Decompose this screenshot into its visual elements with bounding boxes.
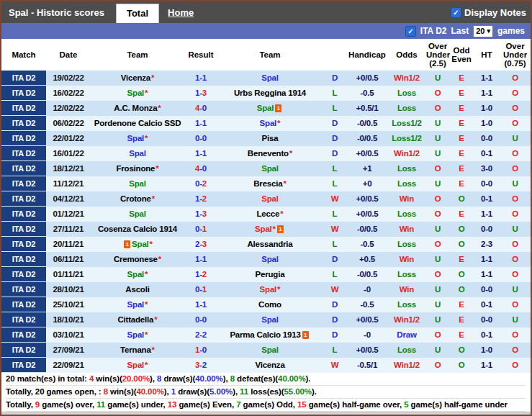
league-cell: ITA D2	[1, 71, 46, 86]
summary-text: ),	[233, 387, 240, 396]
home-team-cell: Spal*	[91, 131, 184, 146]
away-team-cell: Como	[217, 297, 323, 312]
handicap-value-cell: +0	[347, 176, 387, 191]
home-team-name: Spal	[129, 209, 146, 218]
date-cell: 18/12/21	[46, 161, 91, 176]
over-under-075-cell: U	[500, 222, 531, 237]
home-team-cell: Spal*	[91, 297, 184, 312]
ht-score-cell: 1-1	[474, 86, 500, 101]
ht-score-cell: 0-0	[474, 176, 500, 191]
over-under-25-cell: U	[426, 176, 449, 191]
home-team-name: Spal	[127, 300, 145, 309]
away-team-name: Spal	[260, 285, 277, 294]
handicap-value-cell: -0/0.5	[347, 222, 387, 237]
date-cell: 19/02/22	[46, 71, 91, 86]
team-marker-star: *	[277, 285, 280, 294]
over-under-075-cell: U	[500, 312, 531, 327]
odds-cell: Loss1/2	[387, 131, 426, 146]
ht-score-cell: 0-0	[474, 282, 500, 297]
team-marker-star: *	[289, 149, 292, 158]
away-score: 0	[202, 315, 207, 324]
away-score: 1	[202, 149, 207, 158]
summary-text: ).	[312, 387, 317, 396]
handicap-result-cell: D	[323, 131, 347, 146]
over-under-075-cell: O	[500, 191, 531, 207]
ht-score-cell: 2-3	[474, 237, 500, 252]
summary-text: 15	[297, 400, 307, 409]
away-score: 0	[202, 164, 207, 173]
home-team-name: Spal	[127, 330, 145, 339]
header-away-team: Team	[217, 39, 323, 71]
ht-score-cell: 1-1	[474, 207, 500, 222]
team-marker-star: *	[145, 330, 148, 339]
away-team-cell: Spal*	[217, 282, 323, 297]
summary-text: 13	[168, 400, 177, 409]
away-score: 2	[202, 361, 207, 369]
handicap-result-cell: L	[323, 207, 347, 222]
summary-text: ),	[150, 374, 157, 383]
odds-cell: Win	[387, 191, 426, 207]
date-cell: 16/01/22	[46, 146, 91, 161]
league-cell: ITA D2	[1, 86, 46, 101]
table-row: ITA D206/11/21Cremonese*1-1SpalD+0.5WinU…	[1, 252, 531, 267]
display-notes-checkbox[interactable]: ✓	[451, 7, 461, 18]
league-filter-checkbox[interactable]: ✓	[405, 26, 416, 37]
home-team-name: Spal	[127, 89, 145, 97]
odd-even-cell: O	[449, 222, 474, 237]
league-cell: ITA D2	[1, 237, 46, 252]
away-team-cell: Spal	[217, 312, 323, 327]
home-team-cell: Ternana*	[91, 343, 184, 358]
away-team-name: Brescia	[253, 179, 282, 188]
games-select[interactable]: 20 ▾	[473, 25, 493, 37]
score-cell: 1-0	[184, 343, 217, 358]
summary-text: game(s) half-game over,	[307, 400, 405, 409]
summary-text: Totally,	[6, 400, 35, 409]
away-team-name: Spal	[261, 315, 279, 324]
team-marker-star: *	[145, 300, 148, 309]
summary-footer: 20 match(es) in total: 4 win(s)(20.00%),…	[1, 373, 531, 412]
tab-total[interactable]: Total	[116, 4, 159, 23]
odd-even-cell: E	[449, 71, 474, 86]
date-cell: 11/12/21	[46, 176, 91, 191]
ht-score-cell: 0-0	[474, 222, 500, 237]
league-filter-label: ITA D2	[420, 26, 447, 36]
header-odd-even: Odd Even	[449, 39, 474, 71]
tab-home[interactable]: Home	[168, 7, 194, 18]
away-score: 1	[202, 285, 207, 294]
handicap-value-cell: -0.5	[347, 297, 387, 312]
score-cell: 1-1	[184, 297, 217, 312]
league-cell: ITA D2	[1, 297, 46, 312]
handicap-value-cell: +0/0.5	[347, 71, 387, 86]
ht-score-cell: 1-1	[474, 358, 500, 373]
games-label: games	[497, 26, 525, 36]
summary-text: game(s) over,	[40, 400, 96, 409]
league-cell: ITA D2	[1, 161, 46, 176]
away-score: 0	[202, 134, 207, 143]
date-cell: 22/01/22	[46, 131, 91, 146]
odd-even-cell: O	[449, 358, 474, 373]
home-team-cell: Spal*	[91, 358, 184, 373]
home-team-cell: Cosenza Calcio 1914	[91, 222, 184, 237]
ht-score-cell: 0-1	[474, 297, 500, 312]
over-under-25-cell: U	[426, 71, 449, 86]
handicap-value-cell: -0.5	[347, 86, 387, 101]
away-score: 1	[202, 119, 207, 127]
odds-cell: Loss1/2	[387, 116, 426, 131]
over-under-075-cell: U	[500, 176, 531, 191]
header-home-team: Team	[91, 39, 184, 71]
table-row: ITA D218/12/21Frosinone*4-0SpalL+1LossOE…	[1, 161, 531, 176]
league-cell: ITA D2	[1, 191, 46, 207]
summary-text: game(s) Even,	[176, 400, 236, 409]
away-team-cell: Alessandria	[217, 237, 323, 252]
over-under-075-cell: U	[500, 282, 531, 297]
away-score: 1	[202, 300, 207, 309]
table-row: ITA D206/02/22Pordenone Calcio SSD1-1Spa…	[1, 116, 531, 131]
display-notes-label: Display Notes	[464, 7, 526, 18]
table-row: ITA D212/02/22A.C. Monza*4-0Spal1L+0.5/1…	[1, 101, 531, 116]
away-team-name: Spal	[261, 164, 279, 173]
over-under-075-cell: O	[500, 267, 531, 282]
team-marker-star: *	[158, 104, 161, 112]
team-marker-star: *	[155, 164, 158, 173]
over-under-25-cell: U	[426, 146, 449, 161]
away-team-name: Spal	[261, 255, 279, 263]
